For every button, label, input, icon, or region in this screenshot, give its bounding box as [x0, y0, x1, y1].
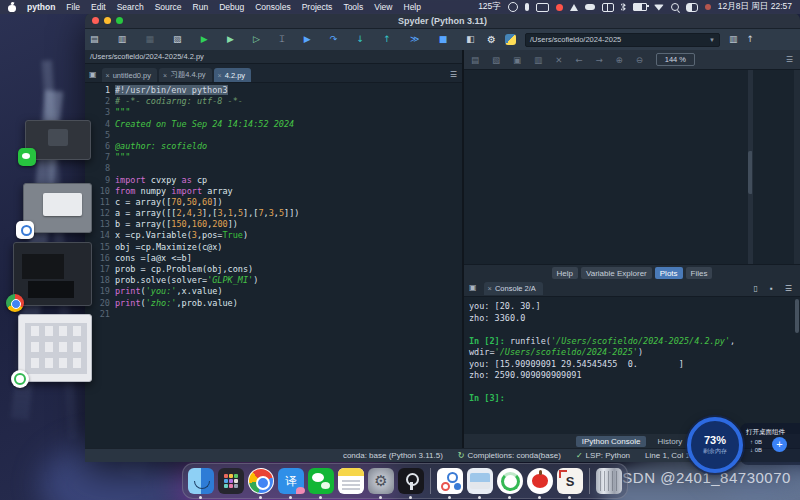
console-scrollbar-handle[interactable]	[795, 299, 799, 333]
status-lsp[interactable]: ✓LSP: Python	[576, 451, 630, 460]
dock-green-ring-app-icon[interactable]	[497, 468, 523, 494]
dock-wechat-icon[interactable]	[308, 468, 334, 494]
close-icon[interactable]: ×	[218, 72, 222, 79]
menu-item-consoles[interactable]: Consoles	[255, 2, 290, 12]
browse-directory-icon[interactable]: ▥	[729, 35, 738, 44]
dock-launchpad-icon[interactable]	[218, 468, 244, 494]
console-tab[interactable]: × Console 2/A	[484, 282, 543, 295]
keyboard-icon[interactable]	[536, 3, 549, 12]
close-icon[interactable]: ×	[488, 284, 492, 293]
wechat-window-preview[interactable]	[25, 120, 91, 160]
previous-plot-icon[interactable]: ←	[575, 55, 582, 65]
cloud-icon[interactable]	[585, 4, 595, 10]
editor-tab-untitled0.py[interactable]: ×untitled0.py	[102, 68, 157, 82]
menu-item-view[interactable]: View	[374, 2, 392, 12]
dock-finder-icon[interactable]	[188, 468, 214, 494]
minimize-window-button[interactable]	[104, 17, 111, 24]
menu-item-debug[interactable]: Debug	[219, 2, 244, 12]
status-completions[interactable]: ↻Completions: conda(base)	[458, 451, 561, 460]
debug-continue-icon[interactable]: ≫	[410, 35, 419, 44]
tab-variable-explorer[interactable]: Variable Explorer	[581, 267, 652, 279]
dock-red-apple-app-icon[interactable]	[527, 468, 553, 494]
tab-history[interactable]: History	[651, 436, 688, 447]
shapes-icon[interactable]	[570, 4, 578, 11]
bluetooth-icon[interactable]	[621, 3, 626, 11]
run-cell-icon[interactable]: ▶	[227, 35, 234, 44]
maximize-pane-icon[interactable]: ◧	[466, 35, 475, 44]
working-directory-combo[interactable]: /Users/scofieldo/2024-2025 ▼	[525, 33, 720, 47]
python-logo-icon[interactable]	[505, 34, 516, 45]
code-editor[interactable]: 123456789101112131415161718192021 #!/usr…	[85, 83, 462, 448]
plots-thumbnail-column[interactable]	[752, 70, 794, 264]
memory-widget-circle[interactable]: 73% 剩余内存	[687, 417, 743, 473]
step-out-icon[interactable]: ↑	[383, 35, 391, 44]
editor-tab-习题4.4.py[interactable]: ×习题4.4.py	[159, 68, 212, 82]
battery-icon[interactable]	[633, 3, 647, 11]
screen-record-icon[interactable]	[556, 4, 563, 11]
menu-item-edit[interactable]: Edit	[91, 2, 106, 12]
remove-all-plots-icon[interactable]: ✕	[555, 55, 562, 65]
menu-item-tools[interactable]: Tools	[343, 2, 363, 12]
plots-options-icon[interactable]: ☰	[786, 55, 793, 64]
face-icon[interactable]	[508, 2, 518, 12]
save-all-plots-icon[interactable]: ▧	[492, 55, 500, 65]
zoom-window-button[interactable]	[116, 17, 123, 24]
options-menu-icon[interactable]: ☰	[785, 284, 792, 293]
dock-system-settings-icon[interactable]: ⚙	[368, 468, 394, 494]
browse-tabs-icon[interactable]: ▣	[89, 70, 97, 79]
inspect-icon[interactable]: ▯	[754, 284, 758, 293]
appstore-window-preview[interactable]	[18, 314, 92, 382]
menu-item-run[interactable]: Run	[193, 2, 209, 12]
save-all-icon[interactable]: ▧	[173, 35, 182, 44]
menu-item-projects[interactable]: Projects	[302, 2, 333, 12]
menu-item-file[interactable]: File	[66, 2, 80, 12]
menu-item-source[interactable]: Source	[155, 2, 182, 12]
step-into-icon[interactable]: ↓	[357, 35, 365, 44]
control-center-icon[interactable]	[686, 3, 698, 12]
console-browse-tabs-icon[interactable]: ▣	[469, 283, 477, 292]
dock-photo-viewer-icon[interactable]	[467, 468, 493, 494]
apple-menu-icon[interactable]	[8, 3, 16, 12]
search-icon[interactable]	[671, 3, 679, 11]
sunlogin-window-preview[interactable]	[23, 183, 92, 233]
input-method-indicator[interactable]: 125字	[478, 1, 501, 13]
wifi-icon[interactable]	[654, 4, 664, 11]
next-plot-icon[interactable]: →	[595, 55, 602, 65]
close-icon[interactable]: ×	[106, 72, 110, 79]
step-over-icon[interactable]: ↷	[330, 35, 338, 44]
window-titlebar[interactable]: Spyder (Python 3.11)	[85, 13, 800, 29]
memory-widget-open-label[interactable]: 打开桌面组件	[746, 428, 785, 437]
dock-keychain-icon[interactable]	[398, 468, 424, 494]
dock-chrome-icon[interactable]	[248, 468, 274, 494]
tab-help[interactable]: Help	[552, 267, 578, 279]
mic-icon[interactable]	[525, 3, 529, 11]
editor-tab-4.2.py[interactable]: ×4.2.py	[214, 68, 252, 82]
save-plot-icon[interactable]: ▤	[471, 55, 479, 65]
stop-debug-icon[interactable]: ■	[439, 35, 448, 44]
close-window-button[interactable]	[92, 17, 99, 24]
dock-translate-app-icon[interactable]: 译	[278, 468, 304, 494]
dock-sunlogin-icon[interactable]	[437, 468, 463, 494]
new-file-icon[interactable]: ▤	[90, 35, 99, 44]
remove-plot-icon[interactable]: ▥	[534, 55, 542, 65]
zoom-in-icon[interactable]: ⊕	[616, 55, 623, 65]
plots-zoom-level[interactable]: 144 %	[656, 53, 695, 66]
run-selection-icon[interactable]: ⌶	[279, 35, 284, 44]
dock-s-app-icon[interactable]: S	[557, 468, 583, 494]
tab-ipython-console[interactable]: IPython Console	[576, 436, 647, 447]
menu-item-help[interactable]: Help	[404, 2, 421, 12]
tab-plots[interactable]: Plots	[655, 267, 683, 279]
tab-files[interactable]: Files	[686, 267, 713, 279]
recording-dot-icon[interactable]	[705, 4, 711, 10]
parent-directory-icon[interactable]: ↑	[746, 35, 754, 44]
copy-plot-icon[interactable]: ▣	[513, 55, 521, 65]
menu-app-name[interactable]: python	[27, 2, 55, 12]
run-cell-advance-icon[interactable]: ▷	[253, 35, 260, 44]
chrome-window-preview[interactable]	[13, 242, 92, 306]
status-conda[interactable]: conda: base (Python 3.11.5)	[343, 451, 443, 460]
menu-clock[interactable]: 12月8日 周日 22:57	[718, 1, 792, 13]
preferences-icon[interactable]: ⚙	[487, 35, 496, 45]
close-icon[interactable]: ×	[163, 72, 167, 79]
env-icon[interactable]: ▪	[770, 284, 773, 293]
zoom-out-icon[interactable]: ⊖	[636, 55, 643, 65]
